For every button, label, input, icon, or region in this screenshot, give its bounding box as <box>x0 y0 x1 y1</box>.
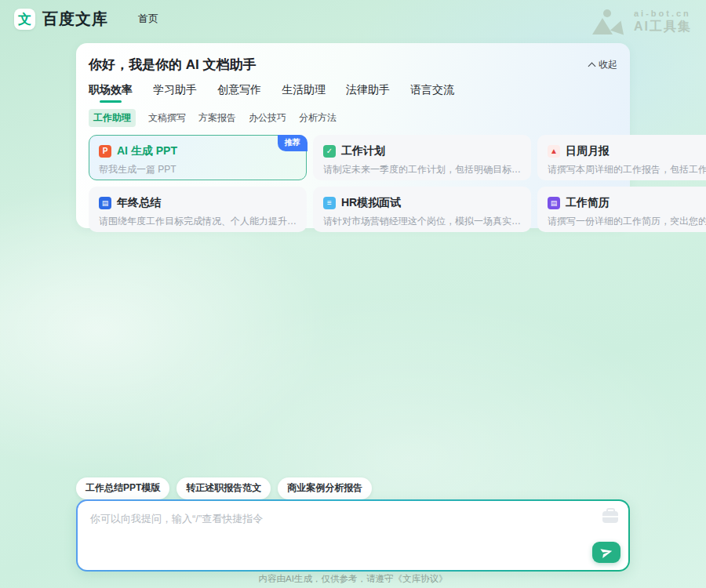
ai-bot-logo-icon <box>592 9 627 35</box>
assistant-panel: 你好，我是你的 AI 文档助手 收起 职场效率 学习助手 创意写作 生活助理 法… <box>76 43 630 228</box>
card-title: 日周月报 <box>566 144 610 158</box>
interview-icon: ≡ <box>323 197 336 209</box>
watermark-name: AI工具集 <box>634 19 692 35</box>
card-year-end-summary[interactable]: ▤ 年终总结 请围绕年度工作目标完成情况、个人能力提升… <box>89 187 307 232</box>
summary-icon: ▤ <box>99 197 111 209</box>
card-ai-generate-ppt[interactable]: 推荐 P AI 生成 PPT 帮我生成一篇 PPT <box>89 135 307 180</box>
baidu-wenku-logo-icon[interactable]: 文 <box>14 9 35 30</box>
tab-creative-writing[interactable]: 创意写作 <box>217 83 261 103</box>
send-button[interactable] <box>592 542 620 563</box>
chevron-up-icon <box>588 62 596 70</box>
watermark-url: ai-bot.cn <box>634 9 692 18</box>
card-hr-mock-interview[interactable]: ≡ HR模拟面试 请针对市场营销经理这个岗位，模拟一场真实… <box>313 187 531 232</box>
logo-glyph: 文 <box>18 10 31 28</box>
subtab-proposal-report[interactable]: 方案报告 <box>198 111 236 125</box>
tab-legal-assistant[interactable]: 法律助手 <box>346 83 390 103</box>
ppt-icon: P <box>99 145 111 158</box>
card-title: AI 生成 PPT <box>117 144 177 158</box>
chip-ppt-template[interactable]: 工作总结PPT模版 <box>76 477 169 499</box>
card-title: 工作简历 <box>566 196 610 210</box>
recommend-badge: 推荐 <box>278 135 308 151</box>
subtab-office-tips[interactable]: 办公技巧 <box>249 111 286 125</box>
category-tabs: 职场效率 学习助手 创意写作 生活助理 法律助手 语言交流 <box>89 83 617 103</box>
card-desc: 请制定未来一季度的工作计划，包括明确目标… <box>323 163 521 176</box>
tab-life-assistant[interactable]: 生活助理 <box>282 83 326 103</box>
subtab-analysis-methods[interactable]: 分析方法 <box>299 111 337 125</box>
card-title: 工作计划 <box>341 144 385 158</box>
sub-category-tabs: 工作助理 文稿撰写 方案报告 办公技巧 分析方法 <box>89 109 617 127</box>
card-desc: 请撰写本周详细的工作报告，包括工作内容、… <box>548 163 706 176</box>
tab-study-assistant[interactable]: 学习助手 <box>153 83 197 103</box>
collapse-button[interactable]: 收起 <box>589 58 617 71</box>
subtab-work-assistant[interactable]: 工作助理 <box>89 109 136 127</box>
footer-disclaimer: 内容由AI生成，仅供参考，请遵守《文库协议》 <box>0 573 706 585</box>
panel-title: 你好，我是你的 AI 文档助手 <box>89 56 256 74</box>
report-icon: ▲ <box>548 145 560 158</box>
card-desc: 请撰写一份详细的工作简历，突出您的教育背… <box>548 215 706 228</box>
subtab-document-writing[interactable]: 文稿撰写 <box>148 111 186 125</box>
chip-business-case-analysis[interactable]: 商业案例分析报告 <box>278 477 372 499</box>
collapse-label: 收起 <box>599 58 617 71</box>
composer <box>76 499 630 572</box>
card-desc: 请针对市场营销经理这个岗位，模拟一场真实… <box>323 215 521 228</box>
brand-title: 百度文库 <box>42 9 108 30</box>
card-title: HR模拟面试 <box>341 196 401 210</box>
card-work-resume[interactable]: ▤ 工作简历 请撰写一份详细的工作简历，突出您的教育背… <box>537 187 706 232</box>
prompt-card-grid: 推荐 P AI 生成 PPT 帮我生成一篇 PPT ✓ 工作计划 请制定未来一季… <box>89 135 617 232</box>
tab-language-exchange[interactable]: 语言交流 <box>410 83 454 103</box>
card-daily-weekly-monthly-report[interactable]: ▲ 日周月报 请撰写本周详细的工作报告，包括工作内容、… <box>537 135 706 180</box>
prompt-input[interactable] <box>78 501 628 570</box>
plan-icon: ✓ <box>323 145 336 158</box>
nav-item-home[interactable]: 首页 <box>138 12 158 26</box>
chip-probation-report[interactable]: 转正述职报告范文 <box>176 477 271 499</box>
suggestion-chips: 工作总结PPT模版 转正述职报告范文 商业案例分析报告 <box>76 477 372 499</box>
card-desc: 请围绕年度工作目标完成情况、个人能力提升… <box>99 215 297 228</box>
agreement-link[interactable]: 《文库协议》 <box>393 574 447 583</box>
watermark: ai-bot.cn AI工具集 <box>592 9 692 35</box>
resume-icon: ▤ <box>548 197 560 209</box>
card-desc: 帮我生成一篇 PPT <box>99 163 297 176</box>
page: { "header": { "logo_glyph": "文", "brand"… <box>0 0 706 588</box>
attachment-icon[interactable] <box>602 511 618 523</box>
tab-workplace-efficiency[interactable]: 职场效率 <box>89 83 133 103</box>
disclaimer-text: 内容由AI生成，仅供参考，请遵守 <box>259 574 394 583</box>
card-work-plan[interactable]: ✓ 工作计划 请制定未来一季度的工作计划，包括明确目标… <box>313 135 531 180</box>
card-title: 年终总结 <box>117 196 161 210</box>
paper-plane-icon <box>599 546 613 558</box>
